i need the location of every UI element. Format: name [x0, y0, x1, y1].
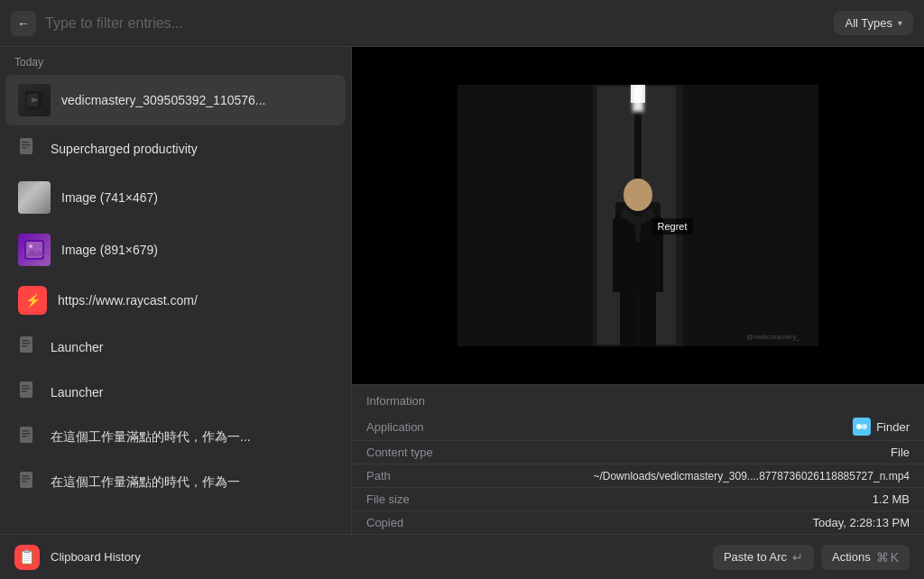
doc-icon-1: [18, 136, 40, 161]
sidebar-item-url[interactable]: ⚡ https://www.raycast.com/: [5, 277, 346, 324]
doc-icon-6: [18, 470, 40, 495]
preview-area: Regret @vedicmastery_: [352, 47, 924, 384]
actions-label: Actions: [832, 550, 871, 564]
svg-rect-22: [22, 436, 27, 437]
info-value-content-type: File: [891, 446, 910, 459]
svg-text:Regret: Regret: [657, 221, 687, 232]
doc-icon-4: [18, 380, 40, 405]
svg-rect-18: [22, 391, 27, 392]
chevron-down-icon: ▾: [898, 18, 902, 28]
info-label-application: Application: [366, 420, 424, 434]
sidebar-item-image-1-text: Image (741×467): [61, 190, 333, 205]
svg-rect-13: [22, 343, 31, 345]
svg-point-36: [624, 179, 652, 211]
svg-rect-4: [22, 142, 29, 143]
doc-icon-5: [18, 425, 40, 450]
finder-icon: [853, 418, 871, 436]
svg-rect-24: [22, 475, 29, 477]
clipboard-app-icon: 📋: [14, 545, 40, 570]
svg-rect-38: [640, 290, 656, 346]
sidebar-item-chinese-2[interactable]: 在這個工作量滿點的時代，作為一: [5, 461, 346, 504]
info-label-path: Path: [366, 469, 391, 482]
back-button[interactable]: ←: [11, 11, 36, 36]
sidebar-item-video[interactable]: vedicmastery_309505392_110576...: [5, 75, 346, 125]
info-value-path: ~/Downloads/vedicmastery_309....87787360…: [593, 470, 910, 482]
svg-rect-26: [22, 481, 27, 482]
sidebar-item-text-1-label: Supercharged productivity: [51, 142, 333, 156]
svg-rect-16: [22, 385, 29, 387]
svg-text:@vedicmastery_: @vedicmastery_: [746, 333, 800, 341]
svg-rect-14: [22, 345, 27, 347]
main-content: Today vedicmastery_309505392_110576...: [0, 47, 924, 534]
sidebar-item-chinese-2-text: 在這個工作量滿點的時代，作為一: [51, 474, 333, 491]
sidebar-item-image-1[interactable]: Image (741×467): [5, 172, 346, 223]
info-label-file-size: File size: [366, 492, 410, 506]
paste-to-arc-button[interactable]: Paste to Arc ↵: [713, 545, 814, 570]
svg-rect-11: [20, 336, 32, 353]
sidebar-item-text-1[interactable]: Supercharged productivity: [5, 127, 346, 170]
doc-icon-3: [18, 335, 40, 360]
svg-rect-3: [20, 138, 32, 154]
actions-button[interactable]: Actions ⌘ K: [821, 545, 910, 570]
info-panel: Information Application: [352, 384, 924, 534]
video-scene: Regret @vedicmastery_: [457, 85, 818, 346]
footer-actions: Paste to Arc ↵ Actions ⌘ K: [713, 545, 910, 570]
svg-rect-6: [22, 147, 27, 149]
info-row-copied: Copied Today, 2:28:13 PM: [352, 511, 924, 534]
actions-key: ⌘ K: [876, 550, 899, 565]
info-row-application: Application: [352, 413, 924, 441]
video-thumbnail-icon: [18, 84, 51, 116]
scene-svg: Regret @vedicmastery_: [457, 85, 818, 346]
sidebar-item-video-text: vedicmastery_309505392_110576...: [61, 93, 333, 107]
sidebar-section-today: Today: [0, 47, 351, 74]
sidebar: Today vedicmastery_309505392_110576...: [0, 47, 352, 534]
sidebar-item-launcher-2[interactable]: Launcher: [5, 371, 346, 414]
raycast-icon: ⚡: [18, 286, 47, 315]
svg-rect-34: [633, 85, 643, 112]
info-value-application: Finder: [853, 418, 910, 436]
svg-rect-21: [22, 433, 31, 435]
info-label-copied: Copied: [366, 516, 403, 529]
info-row-content-type: Content type File: [352, 441, 924, 464]
sidebar-item-chinese-1-text: 在這個工作量滿點的時代，作為一...: [51, 429, 333, 446]
sidebar-item-launcher-1[interactable]: Launcher: [5, 326, 346, 369]
svg-rect-17: [22, 388, 31, 390]
back-icon: ←: [17, 16, 30, 31]
search-input[interactable]: [45, 15, 825, 32]
info-panel-header: Information: [352, 385, 924, 413]
info-row-file-size: File size 1.2 MB: [352, 488, 924, 511]
info-value-copied: Today, 2:28:13 PM: [813, 516, 910, 529]
svg-rect-19: [20, 427, 32, 443]
svg-rect-23: [20, 472, 32, 488]
svg-rect-12: [22, 340, 29, 342]
header: ← All Types ▾: [0, 0, 924, 47]
footer-title: Clipboard History: [51, 550, 702, 564]
svg-point-43: [856, 424, 862, 429]
image-gray-icon: [18, 181, 51, 214]
sidebar-item-image-2[interactable]: Image (891×679): [5, 225, 346, 275]
image-purple-icon: [18, 234, 51, 266]
sidebar-item-launcher-2-text: Launcher: [51, 385, 333, 400]
svg-rect-25: [22, 478, 31, 480]
svg-point-9: [29, 244, 32, 248]
filter-dropdown[interactable]: All Types ▾: [834, 11, 913, 35]
sidebar-item-launcher-1-text: Launcher: [51, 340, 333, 354]
svg-point-44: [862, 424, 867, 429]
info-row-path: Path ~/Downloads/vedicmastery_309....877…: [352, 464, 924, 488]
sidebar-item-image-2-text: Image (891×679): [61, 243, 333, 257]
sidebar-item-url-text: https://www.raycast.com/: [58, 293, 333, 308]
svg-rect-20: [22, 430, 29, 432]
svg-rect-15: [20, 381, 32, 398]
svg-rect-37: [620, 290, 636, 346]
paste-key: ↵: [792, 550, 803, 565]
paste-to-arc-label: Paste to Arc: [724, 550, 787, 564]
footer: 📋 Clipboard History Paste to Arc ↵ Actio…: [0, 534, 924, 579]
sidebar-item-chinese-1[interactable]: 在這個工作量滿點的時代，作為一...: [5, 416, 346, 459]
right-panel: Regret @vedicmastery_ Information Applic…: [352, 47, 924, 534]
info-label-content-type: Content type: [366, 446, 433, 459]
filter-label: All Types: [845, 16, 892, 30]
svg-rect-5: [22, 144, 31, 146]
info-value-file-size: 1.2 MB: [873, 492, 910, 506]
